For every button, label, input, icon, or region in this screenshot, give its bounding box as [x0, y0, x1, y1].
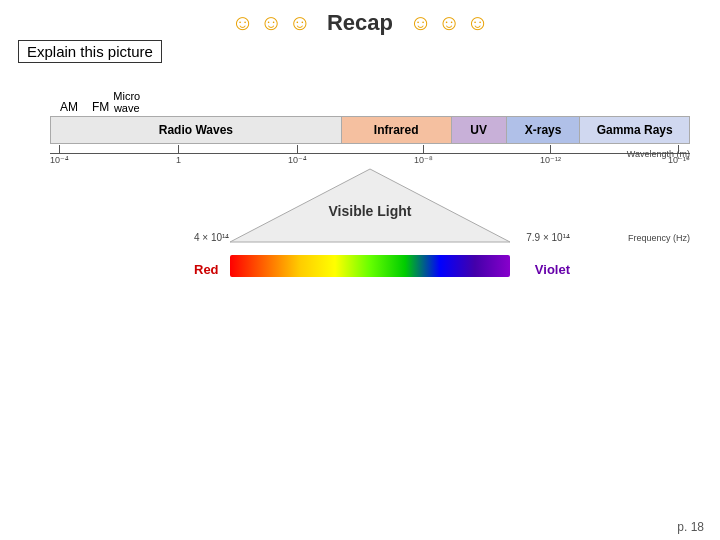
segment-gamma: Gamma Rays	[580, 117, 689, 143]
freq-axis-label: Frequency (Hz)	[628, 233, 690, 243]
smiley-left-2: ☺	[260, 10, 282, 35]
smiley-right-3: ☺	[466, 10, 488, 35]
wavelength-label: Wavelength (m)	[627, 149, 690, 159]
diagram-area: AM FM Micro wave Radio Waves Infrared UV…	[50, 90, 690, 287]
color-gradient-bar	[230, 255, 510, 277]
page-title: ☺ ☺ ☺ Recap ☺ ☺ ☺	[0, 0, 720, 42]
page-number: p. 18	[677, 520, 704, 534]
color-label-violet: Violet	[535, 262, 570, 277]
segment-infrared: Infrared	[342, 117, 452, 143]
smiley-right-1: ☺	[409, 10, 431, 35]
explain-box: Explain this picture	[18, 40, 162, 63]
smiley-right-2: ☺	[438, 10, 460, 35]
freq-label-right: 7.9 × 10¹⁴	[526, 232, 570, 243]
em-top-labels: AM FM Micro wave	[60, 90, 690, 114]
label-am: AM	[60, 100, 78, 114]
explain-label: Explain this picture	[27, 43, 153, 60]
segment-radio: Radio Waves	[51, 117, 342, 143]
tick-2: 1	[176, 145, 181, 165]
visible-section: Visible Light 4 × 10¹⁴ 7.9 × 10¹⁴ Freque…	[50, 167, 690, 287]
segment-xray: X-rays	[507, 117, 580, 143]
title-text: Recap	[327, 10, 393, 35]
axis-ticks: 10⁻⁴ 1 10⁻⁴ 10⁻⁸ 10⁻¹² 10⁻¹⁶	[50, 145, 690, 165]
color-label-red: Red	[194, 262, 219, 277]
segment-uv: UV	[452, 117, 507, 143]
label-microwave: Micro wave	[113, 90, 140, 114]
smiley-left-3: ☺	[288, 10, 310, 35]
freq-label-left: 4 × 10¹⁴	[194, 232, 229, 243]
label-fm: FM	[92, 100, 109, 114]
spectrum-bar: Radio Waves Infrared UV X-rays Gamma Ray…	[50, 116, 690, 144]
tick-4: 10⁻⁸	[414, 145, 433, 165]
visible-light-label: Visible Light	[329, 203, 412, 219]
tick-1: 10⁻⁴	[50, 145, 69, 165]
wavelength-axis: 10⁻⁴ 1 10⁻⁴ 10⁻⁸ 10⁻¹² 10⁻¹⁶	[50, 145, 690, 163]
tick-3: 10⁻⁴	[288, 145, 307, 165]
tick-5: 10⁻¹²	[540, 145, 561, 165]
smiley-left-1: ☺	[231, 10, 253, 35]
